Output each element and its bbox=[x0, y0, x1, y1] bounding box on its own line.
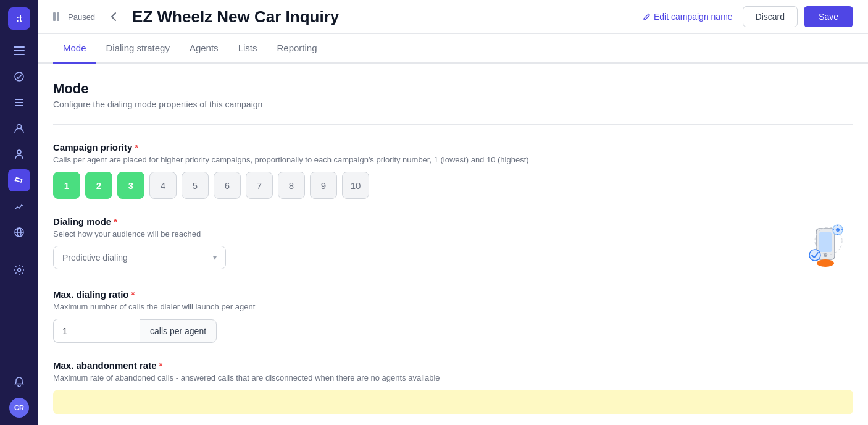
pause-icon bbox=[53, 11, 64, 22]
max-dialing-ratio-required: * bbox=[131, 289, 135, 300]
max-abandonment-rate-required: * bbox=[159, 360, 163, 371]
priority-btn-4[interactable]: 4 bbox=[149, 172, 177, 199]
avatar[interactable]: CR bbox=[9, 398, 29, 418]
header-actions: Discard Save bbox=[743, 6, 853, 27]
discard-button[interactable]: Discard bbox=[743, 6, 798, 27]
svg-rect-2 bbox=[14, 54, 25, 55]
dialing-mode-group: Dialing mode * Select how your audience … bbox=[53, 216, 853, 272]
priority-btn-8[interactable]: 8 bbox=[278, 172, 305, 199]
sidebar-icon-menu[interactable] bbox=[8, 40, 30, 62]
max-dialing-ratio-hint: Maximum number of calls the dialer will … bbox=[53, 302, 853, 311]
tab-reporting[interactable]: Reporting bbox=[267, 34, 327, 64]
dialing-mode-left: Dialing mode * Select how your audience … bbox=[53, 216, 778, 269]
pause-status: Paused bbox=[53, 11, 95, 22]
ratio-unit-label: calls per agent bbox=[140, 319, 217, 343]
sidebar-icon-settings[interactable] bbox=[8, 259, 30, 281]
chevron-down-icon: ▾ bbox=[213, 253, 217, 262]
top-header: Paused EZ Wheelz New Car Inquiry Edit ca… bbox=[38, 0, 868, 34]
svg-point-24 bbox=[817, 259, 834, 267]
page-title: Mode bbox=[53, 81, 853, 97]
svg-rect-15 bbox=[819, 232, 832, 252]
priority-btn-10[interactable]: 10 bbox=[342, 172, 369, 199]
sidebar-icon-contacts[interactable] bbox=[8, 117, 30, 140]
save-button[interactable]: Save bbox=[804, 6, 853, 27]
app-logo: :t bbox=[8, 7, 30, 30]
ratio-input-row: 1 calls per agent bbox=[53, 319, 853, 343]
tab-agents[interactable]: Agents bbox=[180, 34, 228, 64]
max-abandonment-rate-hint: Maximum rate of abandoned calls - answer… bbox=[53, 373, 853, 382]
svg-rect-0 bbox=[14, 46, 25, 48]
sidebar: :t CR bbox=[0, 0, 38, 425]
dialing-mode-row: Dialing mode * Select how your audience … bbox=[53, 216, 853, 272]
svg-point-16 bbox=[824, 253, 827, 257]
page-description: Configure the dialing mode properties of… bbox=[53, 99, 853, 109]
sidebar-icon-analytics[interactable] bbox=[8, 195, 30, 217]
campaign-priority-label: Campaign priority * bbox=[53, 142, 853, 153]
ratio-input[interactable]: 1 bbox=[53, 319, 140, 343]
priority-buttons: 1 2 3 4 5 6 7 8 9 10 bbox=[53, 172, 853, 199]
tab-lists[interactable]: Lists bbox=[228, 34, 267, 64]
max-dialing-ratio-group: Max. dialing ratio * Maximum number of c… bbox=[53, 289, 853, 343]
svg-point-8 bbox=[17, 150, 21, 154]
dialing-mode-required: * bbox=[114, 216, 117, 227]
max-dialing-ratio-label: Max. dialing ratio * bbox=[53, 289, 853, 300]
section-divider bbox=[53, 124, 853, 125]
sidebar-bottom: CR bbox=[8, 371, 30, 418]
main-content: Paused EZ Wheelz New Car Inquiry Edit ca… bbox=[38, 0, 868, 425]
sidebar-divider bbox=[10, 251, 28, 251]
svg-rect-1 bbox=[14, 50, 25, 51]
campaign-title: EZ Wheelz New Car Inquiry bbox=[132, 7, 633, 27]
svg-rect-6 bbox=[15, 105, 23, 106]
max-abandonment-rate-group: Max. abandonment rate * Maximum rate of … bbox=[53, 360, 853, 414]
campaign-priority-group: Campaign priority * Calls per agent are … bbox=[53, 142, 853, 199]
campaign-priority-hint: Calls per agent are placed for higher pr… bbox=[53, 155, 853, 164]
page-content: Mode Configure the dialing mode properti… bbox=[38, 64, 868, 425]
svg-point-23 bbox=[809, 250, 820, 261]
tab-mode[interactable]: Mode bbox=[53, 34, 96, 64]
priority-btn-1[interactable]: 1 bbox=[53, 172, 80, 199]
dialing-mode-value: Predictive dialing bbox=[62, 253, 128, 263]
sidebar-icon-person[interactable] bbox=[8, 143, 30, 166]
priority-btn-2[interactable]: 2 bbox=[85, 172, 112, 199]
sidebar-icon-campaigns[interactable] bbox=[8, 169, 30, 191]
dialing-mode-hint: Select how your audience will be reached bbox=[53, 229, 778, 238]
svg-point-9 bbox=[15, 180, 17, 182]
max-abandonment-rate-label: Max. abandonment rate * bbox=[53, 360, 853, 371]
priority-btn-7[interactable]: 7 bbox=[246, 172, 273, 199]
required-marker: * bbox=[135, 142, 138, 153]
sidebar-icon-activity[interactable] bbox=[8, 65, 30, 88]
dialing-mode-dropdown[interactable]: Predictive dialing ▾ bbox=[53, 246, 226, 269]
edit-campaign-name-link[interactable]: Edit campaign name bbox=[643, 12, 733, 22]
priority-btn-6[interactable]: 6 bbox=[214, 172, 241, 199]
sidebar-icon-globe[interactable] bbox=[8, 221, 30, 243]
priority-btn-9[interactable]: 9 bbox=[310, 172, 337, 199]
status-text: Paused bbox=[68, 12, 95, 22]
bell-icon[interactable] bbox=[8, 371, 30, 393]
abandonment-rate-input-area[interactable] bbox=[53, 390, 853, 414]
tab-nav: Mode Dialing strategy Agents Lists Repor… bbox=[38, 34, 868, 64]
svg-rect-4 bbox=[15, 99, 23, 100]
svg-rect-5 bbox=[15, 102, 23, 103]
dialing-illustration bbox=[798, 216, 853, 272]
sidebar-icon-list[interactable] bbox=[8, 91, 30, 114]
svg-point-13 bbox=[18, 269, 21, 272]
tab-dialing-strategy[interactable]: Dialing strategy bbox=[96, 34, 180, 64]
dialing-mode-label: Dialing mode * bbox=[53, 216, 778, 227]
back-button[interactable] bbox=[105, 8, 122, 25]
priority-btn-3[interactable]: 3 bbox=[117, 172, 144, 199]
priority-btn-5[interactable]: 5 bbox=[182, 172, 209, 199]
